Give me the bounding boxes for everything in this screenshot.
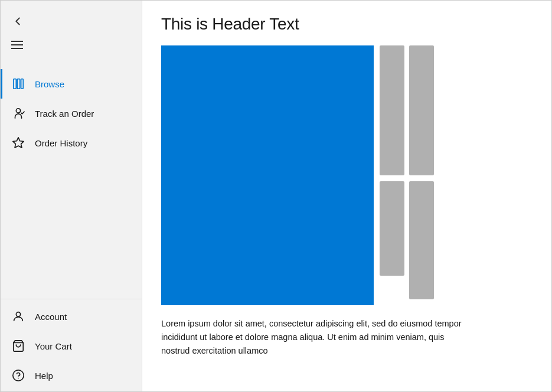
history-icon: [11, 136, 25, 149]
main-content: This is Header Text Lorem ipsum dolor si…: [142, 1, 551, 391]
sidebar-item-history[interactable]: Order History: [1, 128, 142, 158]
svg-rect-0: [14, 79, 17, 89]
main-image: [161, 45, 374, 305]
sidebar-item-track[interactable]: Track an Order: [1, 99, 142, 128]
track-icon: [11, 107, 25, 120]
sidebar-top: [1, 1, 142, 57]
sidebar-item-help[interactable]: Help: [1, 361, 142, 390]
sidebar-item-history-label: Order History: [35, 138, 87, 148]
sidebar-bottom: Account Your Cart Help: [1, 299, 142, 392]
back-button[interactable]: [9, 11, 27, 31]
hamburger-line-1: [11, 41, 23, 42]
back-icon: [11, 15, 24, 28]
cart-icon: [11, 339, 25, 352]
thumbnail-1[interactable]: [380, 45, 404, 175]
thumbnail-3[interactable]: [380, 181, 404, 276]
sidebar-item-account-label: Account: [35, 312, 67, 322]
account-icon: [11, 310, 25, 323]
sidebar-item-browse[interactable]: Browse: [1, 69, 142, 99]
description-text: Lorem ipsum dolor sit amet, consectetur …: [161, 317, 468, 358]
sidebar-item-cart-label: Your Cart: [35, 341, 72, 351]
sidebar-item-help-label: Help: [35, 371, 53, 381]
thumbnail-2[interactable]: [409, 45, 434, 175]
svg-point-7: [13, 370, 24, 381]
svg-rect-2: [21, 79, 24, 89]
svg-point-5: [16, 312, 20, 316]
help-icon: [11, 369, 25, 382]
sidebar: Browse Track an Order Order History: [1, 1, 142, 392]
sidebar-item-browse-label: Browse: [35, 79, 64, 89]
svg-marker-4: [13, 138, 24, 148]
sidebar-item-cart[interactable]: Your Cart: [1, 331, 142, 361]
thumb-bottom-row: [380, 181, 434, 299]
sidebar-item-account[interactable]: Account: [1, 302, 142, 331]
hamburger-line-2: [11, 44, 23, 45]
page-title: This is Header Text: [161, 15, 533, 34]
browse-icon: [11, 77, 25, 90]
thumbnail-column: [380, 45, 434, 305]
thumb-top-row: [380, 45, 434, 175]
nav-items: Browse Track an Order Order History: [1, 69, 142, 299]
hamburger-line-3: [11, 48, 23, 49]
hamburger-button[interactable]: [9, 37, 25, 53]
svg-rect-1: [17, 79, 20, 89]
content-area: [161, 45, 533, 305]
svg-point-3: [16, 109, 20, 113]
thumbnail-4[interactable]: [409, 181, 434, 299]
sidebar-item-track-label: Track an Order: [35, 109, 94, 119]
